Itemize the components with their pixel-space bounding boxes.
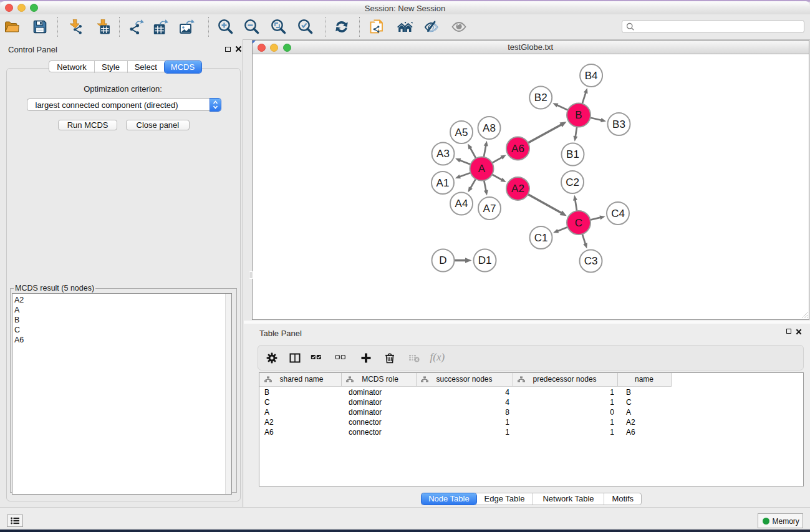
svg-text:A4: A4 (455, 198, 468, 210)
svg-text:A5: A5 (455, 126, 468, 138)
svg-text:D: D (439, 254, 446, 266)
svg-text:B4: B4 (584, 69, 597, 81)
svg-text:C: C (574, 216, 582, 228)
svg-text:C2: C2 (566, 176, 579, 188)
svg-text:B: B (575, 109, 582, 121)
svg-text:A2: A2 (511, 183, 524, 195)
svg-text:A7: A7 (483, 202, 496, 214)
svg-text:D1: D1 (478, 254, 491, 266)
svg-text:C4: C4 (611, 207, 625, 219)
svg-text:B3: B3 (612, 118, 625, 130)
svg-text:A8: A8 (483, 122, 496, 133)
svg-text:C3: C3 (584, 255, 597, 267)
svg-text:A3: A3 (436, 148, 450, 160)
svg-text:A6: A6 (511, 142, 524, 154)
svg-text:B2: B2 (534, 92, 547, 104)
svg-text:A: A (478, 163, 485, 175)
svg-text:B1: B1 (566, 148, 579, 160)
svg-text:A1: A1 (436, 177, 449, 188)
svg-text:C1: C1 (534, 231, 547, 243)
